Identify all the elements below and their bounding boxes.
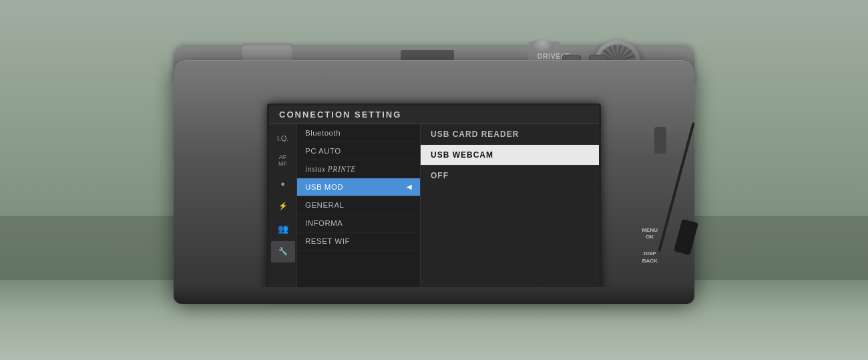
menu-item-bluetooth-label: Bluetooth [305, 129, 341, 137]
menu-header: CONNECTION SETTING [269, 106, 599, 124]
person-icon: 👥 [278, 224, 288, 234]
menu-item-bluetooth[interactable]: Bluetooth [297, 124, 420, 142]
camera-bottom-panel [174, 287, 694, 304]
disp-back-button[interactable]: DISPBACK [642, 250, 658, 264]
menu-content: I.Q. AFMF ● ⚡ 👥 [269, 124, 599, 295]
menu-item-general[interactable]: GENERAL [297, 196, 420, 214]
submenu-item-usb-card-reader[interactable]: USB CARD READER [421, 124, 599, 145]
sidebar-icon-af[interactable]: AFMF [271, 150, 295, 172]
hotshoe [401, 50, 454, 60]
af-label: AFMF [278, 154, 287, 168]
sidebar-icon-iq[interactable]: I.Q. [271, 128, 295, 149]
menu-item-general-label: GENERAL [305, 201, 344, 209]
menu-item-information[interactable]: INFORMA [297, 214, 420, 232]
lcd-screen: CONNECTION SETTING I.Q. AFMF ● [267, 104, 601, 297]
sidebar-icon-wrench[interactable]: 🔧 [271, 241, 295, 262]
menu-sidebar: I.Q. AFMF ● ⚡ 👥 [269, 124, 297, 295]
menu-submenu-panel: USB CARD READER USB WEBCAM OFF [421, 124, 599, 295]
sidebar-icon-camera[interactable]: ● [271, 173, 295, 194]
menu-item-information-label: INFORMA [305, 219, 343, 227]
camera-icon: ● [280, 180, 285, 188]
menu-item-pc-auto-label: PC AUTO [305, 147, 341, 155]
sidebar-icon-person[interactable]: 👥 [271, 218, 295, 240]
menu-item-usb-mode-label: USB MOD [305, 183, 343, 191]
menu-main-list: Bluetooth PC AUTO instax PRINTE USB MOD … [297, 124, 421, 295]
submenu-usb-card-reader-label: USB CARD READER [431, 130, 519, 139]
menu-screen: CONNECTION SETTING I.Q. AFMF ● [269, 106, 599, 295]
camera-shell: CONNECTION SETTING I.Q. AFMF ● [174, 60, 694, 301]
menu-ok-button[interactable]: MENUOK [642, 227, 658, 241]
menu-item-pc-auto[interactable]: PC AUTO [297, 142, 420, 160]
shutter-button[interactable] [531, 39, 554, 52]
menu-item-arrow: ◀ [407, 183, 413, 190]
strap-lug [654, 127, 666, 154]
submenu-usb-webcam-label: USB WEBCAM [431, 150, 493, 160]
sidebar-icon-flash[interactable]: ⚡ [271, 196, 295, 217]
camera-body: DRIVE/面 CONNECTION SETTING I.Q. [134, 40, 734, 321]
flash-icon: ⚡ [278, 202, 288, 210]
menu-item-reset-wifi-label: RESET WIF [305, 237, 350, 245]
submenu-item-off[interactable]: OFF [421, 166, 599, 186]
menu-item-reset-wifi[interactable]: RESET WIF [297, 232, 420, 250]
menu-item-instax[interactable]: instax PRINTE [297, 160, 420, 178]
menu-title: CONNECTION SETTING [279, 110, 401, 120]
iq-label: I.Q. [277, 134, 289, 142]
menu-item-usb-mode[interactable]: USB MOD ◀ [297, 178, 420, 196]
strap-end [674, 218, 698, 255]
wrench-icon: 🔧 [278, 247, 288, 256]
submenu-off-label: OFF [431, 171, 449, 180]
submenu-item-usb-webcam[interactable]: USB WEBCAM [421, 145, 599, 166]
menu-item-instax-label: instax PRINTE [305, 165, 356, 173]
